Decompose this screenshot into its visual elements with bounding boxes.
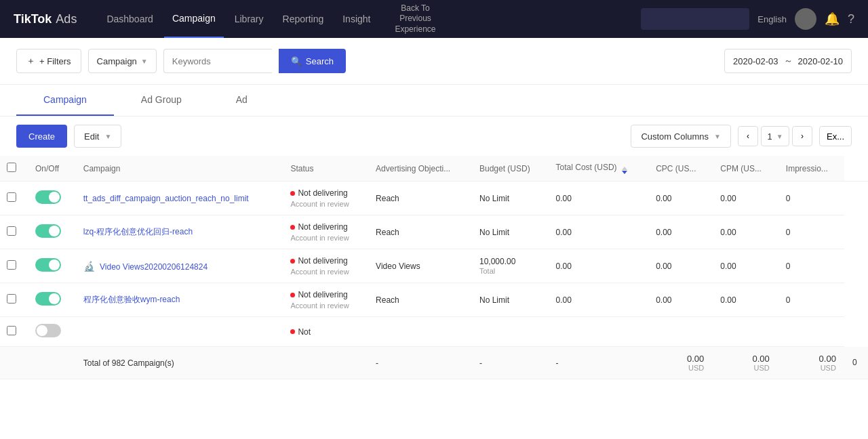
footer-total-cost: 0.00 USD [648,347,712,379]
campaign-toggle[interactable] [35,324,61,337]
impressions-cell: 0 [778,182,844,215]
nav-campaign[interactable]: Campaign [164,0,224,38]
col-ad-objective: Advertising Objecti... [368,156,471,182]
page-number[interactable]: 1 ▼ [761,126,789,146]
status-cell: Not delivering Account in review [290,188,359,208]
cpc-cell: 0.00 [648,215,712,249]
status-dot-icon [290,293,295,297]
nav-insight[interactable]: Insight [334,0,378,38]
edit-chevron-icon: ▼ [104,133,111,140]
col-total-cost[interactable]: Total Cost (USD) [548,156,648,182]
budget-cell: No Limit [471,182,548,215]
status-dot-icon [290,259,295,264]
status-sub-text: Account in review [290,268,359,276]
campaign-toggle[interactable] [35,292,61,306]
search-label: Search [306,56,334,66]
status-text: Not delivering [290,188,359,198]
next-page-button[interactable]: › [792,126,812,146]
nav-avatar[interactable] [795,8,816,30]
campaign-toggle[interactable] [35,190,61,204]
tab-ad[interactable]: Ad [209,85,275,116]
nav-dashboard[interactable]: Dashboard [98,0,161,38]
nav-help-icon[interactable]: ? [848,12,854,26]
col-impressions: Impressio... [778,156,844,182]
nav-reporting[interactable]: Reporting [275,0,332,38]
main-content: ＋ + Filters Campaign ▼ 🔍 Search 2020-02-… [0,38,868,439]
nav-notification-icon[interactable]: 🔔 [825,12,840,26]
total-cost-cell: 0.00 [548,249,648,283]
create-button[interactable]: Create [16,125,67,148]
table-row: 程序化创意验收wym-reach Not delivering Account … [0,283,868,317]
status-cell: Not delivering Account in review [290,256,359,276]
campaign-toggle[interactable] [35,258,61,272]
status-cell: Not [290,327,359,337]
total-cost-cell: 0.00 [548,215,648,249]
edit-label: Edit [84,131,99,142]
table-row: tt_ads_diff_campaign_auction_reach_no_li… [0,182,868,215]
campaign-name-link[interactable]: tt_ads_diff_campaign_auction_reach_no_li… [83,194,249,203]
table-footer-row: Total of 982 Campaign(s) - - - 0.00 USD … [0,347,868,379]
footer-cpc: 0.00 USD [712,347,778,379]
cpc-cell: 0.00 [648,249,712,283]
campaign-filter-dropdown[interactable]: Campaign ▼ [88,49,157,73]
filter-button[interactable]: ＋ + Filters [16,49,81,73]
filter-plus-icon: ＋ [26,55,35,67]
export-button[interactable]: Ex... [819,126,852,146]
logo-text: TikTok [14,12,52,26]
status-cell: Not delivering Account in review [290,290,359,310]
table-controls: Create Edit ▼ Custom Columns ▼ ‹ 1 ▼ › E… [0,117,868,156]
search-button[interactable]: 🔍 Search [279,49,346,73]
row-checkbox[interactable] [7,294,16,304]
warning-icon: 🔬 [83,261,95,272]
custom-columns-chevron-icon: ▼ [714,133,721,140]
select-all-checkbox[interactable] [7,163,16,172]
ad-objective-cell: Video Views [368,249,471,283]
edit-button[interactable]: Edit ▼ [74,125,121,148]
cpm-cell: 0.00 [712,249,778,283]
row-checkbox[interactable] [7,260,16,270]
status-sub-text: Account in review [290,301,359,310]
custom-columns-label: Custom Columns [641,131,709,142]
nav-items: Dashboard Campaign Library Reporting Ins… [98,0,619,38]
cpm-cell: 0.00 [712,182,778,215]
footer-total-label: Total of 982 Campaign(s) [75,347,283,379]
date-end: 2020-02-10 [798,56,844,66]
budget-cell: 10,000.00Total [471,249,548,283]
row-checkbox[interactable] [7,226,16,236]
row-checkbox[interactable] [7,326,16,335]
date-range-picker[interactable]: 2020-02-03 ～ 2020-02-10 [724,49,852,73]
page-chevron-icon: ▼ [776,133,783,140]
status-sub-text: Account in review [290,200,359,208]
navigation: TikTok Ads Dashboard Campaign Library Re… [0,0,868,38]
cpm-cell: 0.00 [712,283,778,317]
chevron-down-icon: ▼ [141,58,148,65]
campaign-toggle[interactable] [35,224,61,238]
campaign-name-link[interactable]: 程序化创意验收wym-reach [83,295,180,304]
footer-dash-2: - [471,347,548,379]
status-sub-text: Account in review [290,234,359,242]
status-text: Not delivering [290,222,359,232]
footer-dash-1: - [368,347,471,379]
search-icon: 🔍 [291,56,302,66]
status-cell: Not delivering Account in review [290,222,359,242]
nav-library[interactable]: Library [226,0,272,38]
nav-back-button[interactable]: Back To Previous Experience [381,3,449,35]
tab-ad-group[interactable]: Ad Group [114,85,209,116]
custom-columns-button[interactable]: Custom Columns ▼ [631,125,731,148]
pagination: ‹ 1 ▼ › [738,126,812,146]
campaign-name-link[interactable]: Video Views20200206124824 [100,262,208,272]
campaigns-table: On/Off Campaign Status Advertising Objec… [0,156,868,379]
date-separator: ～ [784,55,793,67]
cpm-cell: 0.00 [712,215,778,249]
total-cost-cell: 0.00 [548,283,648,317]
row-checkbox[interactable] [7,192,16,202]
keywords-input[interactable] [163,49,272,73]
nav-search-input[interactable] [641,8,749,30]
filter-label: + Filters [39,56,71,66]
prev-page-button[interactable]: ‹ [738,126,758,146]
tab-campaign[interactable]: Campaign [16,85,114,116]
campaign-name-link[interactable]: lzq-程序化创意优化回归-reach [83,227,193,236]
nav-language[interactable]: English [757,14,787,24]
campaign-filter-label: Campaign [97,56,137,66]
table-row: Not [0,317,868,347]
